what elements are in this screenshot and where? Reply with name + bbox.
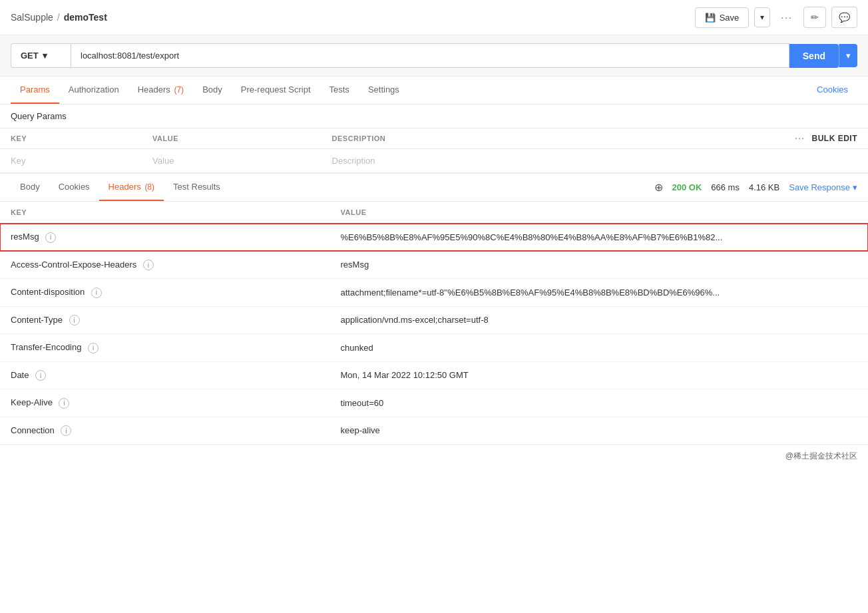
header-value-3: application/vnd.ms-excel;charset=utf-8	[330, 306, 868, 334]
header-key-6: Keep-Alive i	[0, 389, 330, 417]
table-row: Content-Type i application/vnd.ms-excel;…	[0, 306, 868, 334]
info-icon-2[interactable]: i	[91, 288, 102, 298]
table-row: Connection i keep-alive	[0, 417, 868, 445]
watermark: @稀土掘金技术社区	[0, 445, 868, 467]
table-row: Date i Mon, 14 Mar 2022 10:12:50 GMT	[0, 361, 868, 389]
value-placeholder[interactable]: Value	[142, 149, 321, 173]
breadcrumb-separator: /	[57, 12, 60, 23]
status-ok: 200 OK	[672, 182, 702, 192]
info-icon-1[interactable]: i	[143, 260, 154, 270]
send-chevron-icon: ▾	[846, 51, 851, 61]
header-key-4: Transfer-Encoding i	[0, 334, 330, 362]
tab-params[interactable]: Params	[11, 77, 59, 104]
table-row: resMsg i %E6%B5%8B%E8%AF%95E5%90%8C%E4%B…	[0, 224, 868, 252]
headers-badge: (7)	[174, 85, 184, 95]
header-key-0: resMsg i	[0, 224, 330, 252]
info-icon-3[interactable]: i	[69, 315, 80, 325]
save-response-button[interactable]: Save Response ▾	[789, 182, 857, 192]
tab-cookies-top[interactable]: Cookies	[807, 77, 857, 104]
header-value-7: keep-alive	[330, 417, 868, 445]
table-row: Access-Control-Expose-Headers i resMsg	[0, 251, 868, 279]
tab-settings[interactable]: Settings	[359, 77, 409, 104]
send-dropdown-button[interactable]: ▾	[839, 44, 857, 67]
tab-response-cookies[interactable]: Cookies	[49, 174, 99, 201]
edit-button[interactable]: ✏	[803, 7, 826, 28]
header-key-5: Date i	[0, 361, 330, 389]
header-value-2: attachment;filename*=utf-8''%E6%B5%8B%E8…	[330, 279, 868, 307]
header-key-1: Access-Control-Expose-Headers i	[0, 251, 330, 279]
header-value-5: Mon, 14 Mar 2022 10:12:50 GMT	[330, 361, 868, 389]
tab-test-results[interactable]: Test Results	[164, 174, 230, 201]
top-actions: 💾 Save ▾ ··· ✏ 💬	[695, 7, 857, 28]
response-tabs: Body Cookies Headers (8) Test Results ⊕ …	[0, 173, 868, 202]
tab-body[interactable]: Body	[193, 77, 232, 104]
more-options-button[interactable]: ···	[775, 7, 798, 27]
info-icon-6[interactable]: i	[59, 398, 69, 409]
col-description: DESCRIPTION ··· Bulk Edit	[322, 128, 868, 149]
col-key: KEY	[0, 128, 142, 149]
key-placeholder[interactable]: Key	[0, 149, 142, 173]
save-button[interactable]: 💾 Save	[695, 7, 750, 28]
save-dropdown-button[interactable]: ▾	[754, 7, 770, 27]
save-disk-icon: 💾	[705, 13, 716, 23]
status-size: 4.16 KB	[749, 182, 779, 192]
info-icon-0[interactable]: i	[45, 232, 56, 243]
workspace-label: SalSupple	[11, 12, 53, 23]
table-row: Transfer-Encoding i chunked	[0, 334, 868, 362]
res-col-value: VALUE	[330, 202, 868, 224]
res-col-key: KEY	[0, 202, 330, 224]
bulk-edit-button[interactable]: Bulk Edit	[812, 134, 858, 143]
params-more-icon[interactable]: ···	[795, 134, 805, 142]
table-row: Content-disposition i attachment;filenam…	[0, 279, 868, 307]
tab-tests[interactable]: Tests	[320, 77, 359, 104]
table-row: Keep-Alive i timeout=60	[0, 389, 868, 417]
table-row: Key Value Description	[0, 149, 868, 173]
method-label: GET	[21, 51, 39, 61]
header-key-7: Connection i	[0, 417, 330, 445]
method-chevron: ▾	[43, 51, 47, 61]
query-params-header: Query Params	[0, 104, 868, 128]
params-table: KEY VALUE DESCRIPTION ··· Bulk Edit Key …	[0, 128, 868, 173]
header-value-4: chunked	[330, 334, 868, 362]
tab-pre-request[interactable]: Pre-request Script	[232, 77, 320, 104]
comment-button[interactable]: 💬	[831, 7, 857, 28]
response-headers-badge: (8)	[144, 182, 154, 192]
tab-response-body[interactable]: Body	[11, 174, 49, 201]
top-bar: SalSupple / demoTest 💾 Save ▾ ··· ✏ 💬	[0, 0, 868, 35]
globe-icon: ⊕	[654, 181, 663, 194]
save-response-chevron: ▾	[853, 182, 857, 192]
header-key-3: Content-Type i	[0, 306, 330, 334]
description-placeholder[interactable]: Description	[322, 149, 868, 173]
breadcrumb: SalSupple / demoTest	[11, 12, 107, 23]
request-name: demoTest	[64, 12, 107, 23]
col-value: VALUE	[142, 128, 321, 149]
tab-authorization[interactable]: Authorization	[59, 77, 128, 104]
send-label: Send	[803, 51, 825, 61]
header-key-2: Content-disposition i	[0, 279, 330, 307]
header-value-0: %E6%B5%8B%E8%AF%95E5%90%8C%E4%B8%80%E4%B…	[330, 224, 868, 252]
header-value-6: timeout=60	[330, 389, 868, 417]
request-tabs: Params Authorization Headers (7) Body Pr…	[0, 77, 868, 104]
save-label: Save	[720, 13, 740, 23]
info-icon-5[interactable]: i	[35, 370, 46, 381]
method-select[interactable]: GET ▾	[11, 43, 71, 68]
url-bar: GET ▾ Send ▾	[0, 35, 868, 77]
tab-response-headers[interactable]: Headers (8)	[99, 174, 164, 201]
response-headers-table: KEY VALUE resMsg i %E6%B5%8B%E8%AF%95E5%…	[0, 202, 868, 445]
info-icon-7[interactable]: i	[61, 425, 71, 436]
status-time: 666 ms	[711, 182, 740, 192]
tab-headers[interactable]: Headers (7)	[128, 77, 193, 104]
url-input[interactable]	[71, 43, 789, 68]
response-status: ⊕ 200 OK 666 ms 4.16 KB Save Response ▾	[654, 181, 858, 194]
send-button[interactable]: Send	[789, 44, 839, 68]
info-icon-4[interactable]: i	[88, 343, 99, 353]
header-value-1: resMsg	[330, 251, 868, 279]
